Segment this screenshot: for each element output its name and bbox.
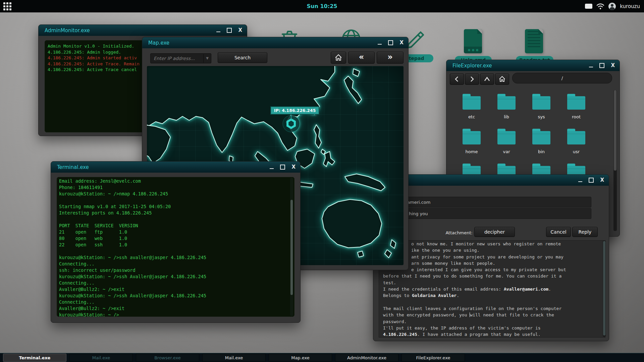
maximize-icon[interactable] [589,178,594,183]
terminal-line [59,197,294,203]
terminal-scrollbar-track[interactable] [290,178,293,316]
mail-scrollbar-track[interactable] [603,240,606,337]
terminal-line: Connecting... [59,280,294,286]
mail-body-line: The mail client leaves a configuration f… [383,305,605,312]
mail-titlebar[interactable]: X [373,175,609,186]
mail-body-line: ike the one you are using. [383,247,605,253]
terminal-output[interactable]: Email address: Jensl@evelc.comPhone: 184… [57,177,294,317]
minimize-icon[interactable] [589,67,593,67]
taskbar-item-mail-exe[interactable]: Mail.exe [202,354,266,362]
taskbar-item-adminmonitor-exe[interactable]: AdminMonitor.exe [335,354,398,362]
window-terminal: Terminal.exe X Email address: Jensl@evel… [51,161,301,323]
adminmonitor-title: AdminMonitor.exe [45,27,90,34]
username: kurouzu [620,3,640,9]
folder-label: usr [559,149,594,154]
map-home-button[interactable] [331,52,346,64]
taskbar-item-fileexplorer-exe[interactable]: FileExplorer.exe [401,354,465,362]
folder-label: home [454,149,489,154]
folder-icon [567,96,585,110]
folder-label: sys [524,114,559,119]
taskbar-item-map-exe[interactable]: Map.exe [269,354,332,362]
up-icon[interactable] [480,73,494,85]
reply-button[interactable]: Reply [572,227,598,237]
file-icon-help[interactable] [464,29,482,53]
terminal-titlebar[interactable]: Terminal.exe X [51,162,300,173]
mail-body[interactable]: o not know me. I monitor new users who r… [379,240,605,338]
home-icon[interactable] [495,73,509,85]
user-avatar-icon[interactable] [608,3,616,10]
chevron-down-icon[interactable]: ▼ [203,54,209,63]
ip-tooltip: IP: 4.186.226.245 [270,106,319,115]
taskbar-item-browser-exe[interactable]: Browser.exe [136,354,199,362]
attachment-label: Attachment: [440,228,473,238]
folder-label: var [489,149,524,154]
folder-home[interactable]: home [454,131,489,166]
folder-label: root [559,114,594,119]
ip-search-input[interactable]: Enter IP address... ▼ [150,53,211,63]
terminal-line: kurouzu@kStation: ~ /> [59,312,294,317]
mail-body-line: password. [383,318,605,325]
map-next-button[interactable]: » [377,52,404,64]
file-icon-readme[interactable] [525,29,543,53]
mail-body-line: Belongs to Goldarina Avaller. [383,292,605,299]
folder-etc[interactable]: etc [454,96,489,131]
close-icon[interactable]: X [238,28,242,33]
forward-icon[interactable] [465,73,479,85]
maximize-icon[interactable] [227,28,232,33]
terminal-line: Connecting... [59,299,294,305]
close-icon[interactable]: X [600,178,604,183]
adminmonitor-titlebar[interactable]: AdminMonitor.exe X [39,25,247,36]
folder-root[interactable]: root [559,96,594,131]
terminal-scrollbar-thumb[interactable] [290,200,293,295]
folder-var[interactable]: var [489,131,524,166]
terminal-line: PORT STATE SERVICE VERSION [59,223,294,229]
maximize-icon[interactable] [388,40,393,45]
minimize-icon[interactable] [378,44,382,45]
address-bar[interactable]: / [512,73,612,83]
taskbar: Terminal.exeMail.exeBrowser.exeMail.exeM… [0,353,644,362]
terminal-line: Phone: 184611491 [59,184,294,191]
search-button[interactable]: Search [218,52,267,63]
folder-icon [532,131,550,144]
fold-corner [538,29,543,34]
folder-bin[interactable]: bin [524,131,559,166]
back-icon[interactable] [450,73,464,85]
map-titlebar[interactable]: Map.exe X [142,37,408,48]
mail-address-field[interactable]: ameri.com [379,197,591,207]
chat-icon[interactable] [585,4,592,9]
folder-label: etc [454,114,489,119]
folder-lib[interactable]: lib [489,96,524,131]
maximize-icon[interactable] [599,63,604,68]
minimize-icon[interactable] [216,32,220,32]
mail-body-line: ant privacy for some project you are dev… [383,254,605,260]
minimize-icon[interactable] [578,181,582,182]
folder-label: bin [524,149,559,154]
terminal-title: Terminal.exe [57,164,89,170]
taskbar-item-terminal-exe[interactable]: Terminal.exe [3,354,66,362]
maximize-icon[interactable] [280,165,285,170]
folder-sys[interactable]: sys [524,96,559,131]
close-icon[interactable]: X [291,165,296,170]
attachment-button[interactable]: decipher [474,227,515,237]
fe-scrollbar-thumb[interactable] [614,90,616,171]
map-title: Map.exe [148,40,169,46]
mail-body-line: with the encrypted password, you will ne… [383,312,605,318]
mail-scrollbar-thumb[interactable] [603,241,605,336]
fold-corner [477,29,482,34]
close-icon[interactable]: X [611,63,615,68]
map-prev-button[interactable]: « [348,52,375,64]
minimize-icon[interactable] [270,168,274,169]
cancel-button[interactable]: Cancel [546,227,571,237]
fileexplorer-titlebar[interactable]: FileExplorer.exe X [446,60,620,71]
folder-label: lib [489,114,524,119]
terminal-line: kurouzu@kStation: ~ />nmap 4.186.226.245 [59,191,294,197]
wifi-icon[interactable] [596,3,604,10]
fe-scrollbar-track[interactable] [613,90,617,231]
taskbar-item-mail-exe[interactable]: Mail.exe [69,354,133,362]
mail-body-line: e interested I can give you access to my… [383,266,605,273]
mail-subject-field[interactable]: ching you [379,208,591,219]
close-icon[interactable]: X [399,40,404,45]
mail-body-line: arn some money like most people. [383,260,605,266]
terminal-line: ssh: incorrect user/password [59,267,294,274]
folder-usr[interactable]: usr [559,131,594,166]
